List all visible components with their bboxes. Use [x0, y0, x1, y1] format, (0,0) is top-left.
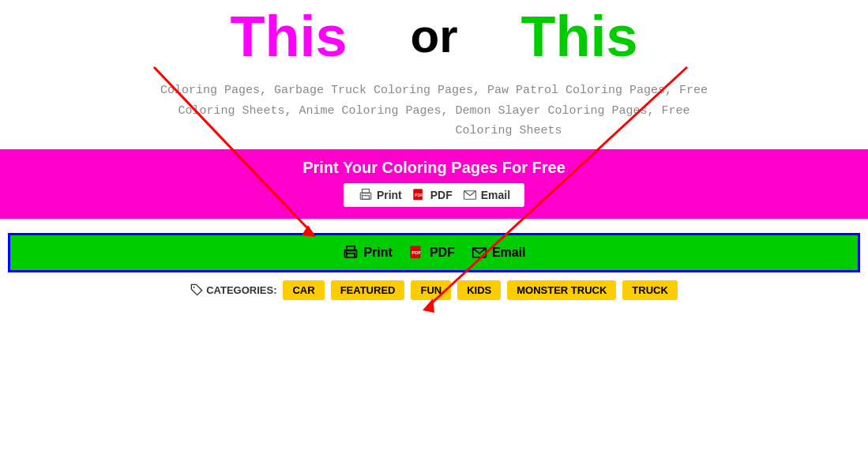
categories-bar: CATEGORIES: CAR FEATURED FUN KIDS MONSTE…: [0, 272, 868, 300]
svg-text:PDF: PDF: [411, 250, 421, 254]
green-email-button[interactable]: Email: [471, 245, 526, 261]
green-banner: Print PDF PDF Email: [8, 233, 860, 272]
green-email-icon: [471, 245, 488, 261]
pink-banner-title: Print Your Coloring Pages For Free: [16, 159, 852, 177]
pdf-button[interactable]: PDF PDF: [411, 188, 453, 202]
or-label: or: [411, 13, 458, 60]
pink-banner: Print Your Coloring Pages For Free Print…: [0, 149, 868, 219]
content-text-area: Coloring Pages, Garbage Truck Coloring P…: [0, 69, 868, 149]
tag-icon: [190, 283, 203, 296]
green-printer-icon: [342, 245, 359, 261]
email-label: Email: [481, 189, 510, 201]
category-truck[interactable]: TRUCK: [622, 280, 678, 300]
category-car[interactable]: CAR: [283, 280, 324, 300]
svg-rect-6: [362, 195, 369, 199]
email-button-pink[interactable]: Email: [462, 188, 510, 202]
category-monster-truck[interactable]: MONSTER TRUCK: [507, 280, 616, 300]
categories-label: CATEGORIES:: [190, 283, 276, 296]
category-fun[interactable]: FUN: [411, 280, 451, 300]
svg-rect-13: [347, 253, 355, 257]
spacer: [0, 219, 868, 233]
green-print-label: Print: [363, 246, 392, 260]
email-icon-pink: [462, 188, 478, 202]
category-kids[interactable]: KIDS: [457, 280, 501, 300]
green-pdf-button[interactable]: PDF PDF: [408, 245, 455, 261]
header-comparison: This or This: [0, 0, 868, 69]
svg-point-18: [194, 287, 195, 288]
print-label: Print: [377, 189, 402, 201]
this-right-label: This: [521, 8, 638, 65]
pdf-icon: PDF: [411, 188, 427, 202]
svg-text:PDF: PDF: [415, 192, 423, 197]
category-featured[interactable]: FEATURED: [331, 280, 405, 300]
green-pdf-label: PDF: [430, 246, 455, 260]
print-button[interactable]: Print: [358, 188, 402, 202]
printer-icon: [358, 188, 374, 202]
svg-marker-3: [423, 298, 434, 313]
pdf-label: PDF: [430, 189, 453, 201]
this-left-label: This: [230, 8, 347, 65]
green-pdf-icon: PDF: [408, 245, 426, 261]
green-print-button[interactable]: Print: [342, 245, 392, 261]
green-email-label: Email: [492, 246, 526, 260]
svg-point-7: [361, 193, 363, 195]
print-buttons-container: Print PDF PDF Email: [344, 183, 524, 207]
svg-point-14: [346, 251, 348, 253]
coloring-pages-text: Coloring Pages, Garbage Truck Coloring P…: [160, 84, 708, 137]
